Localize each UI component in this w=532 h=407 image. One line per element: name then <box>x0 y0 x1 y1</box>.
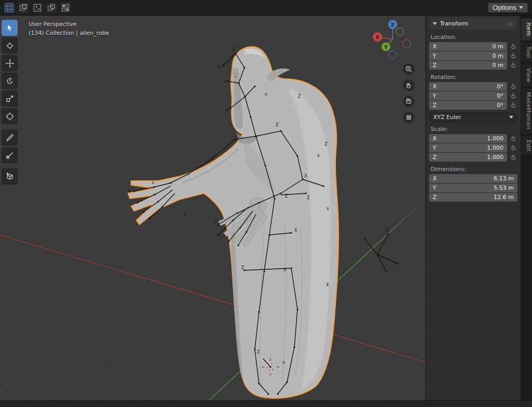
tab-view[interactable]: View <box>521 64 532 87</box>
svg-text:Z: Z <box>285 194 288 199</box>
panel-grip-icon[interactable] <box>507 22 514 26</box>
tab-makehuman[interactable]: MakeHuman <box>521 88 532 134</box>
location-y-field[interactable]: Y 0 m <box>429 51 507 60</box>
rotation-y-value: 0° <box>441 93 503 99</box>
axis-label: X <box>433 175 441 182</box>
svg-text:Z: Z <box>325 142 328 147</box>
rotation-z-field[interactable]: Z 0° <box>429 101 507 110</box>
perspective-grid-button[interactable] <box>403 112 414 123</box>
tab-tool[interactable]: Tool <box>521 42 532 62</box>
options-dropdown[interactable]: Options <box>488 3 528 12</box>
axis-label: X <box>433 135 441 142</box>
svg-text:Z: Z <box>276 123 279 127</box>
dimensions-z-field[interactable]: Z 12.6 m <box>429 193 517 202</box>
svg-text:x: x <box>317 153 320 158</box>
tool-rotate[interactable] <box>2 73 18 89</box>
chevron-down-icon <box>509 116 513 119</box>
axis-label: Z <box>433 194 441 201</box>
viewport-controls <box>403 63 414 123</box>
pan-hand-button[interactable] <box>403 80 414 91</box>
location-z-field[interactable]: Z 0 m <box>429 61 507 70</box>
svg-text:Z: Z <box>241 266 244 270</box>
axis-neg-z-ball[interactable] <box>389 51 397 59</box>
tool-move[interactable] <box>2 55 18 71</box>
axis-label: Y <box>433 185 441 191</box>
dimensions-x-field[interactable]: X 6.13 m <box>429 174 517 183</box>
scale-z-lock[interactable] <box>509 154 517 160</box>
svg-text:x: x <box>398 261 401 266</box>
location-z-value: 0 m <box>441 62 503 69</box>
tool-annotate[interactable] <box>2 129 18 146</box>
scale-z-field[interactable]: Z 1.000 <box>429 153 507 162</box>
tool-transform[interactable] <box>2 108 18 124</box>
zoom-button[interactable] <box>403 63 414 75</box>
axis-neg-x-ball[interactable] <box>403 40 411 48</box>
svg-text:X: X <box>294 228 297 233</box>
scale-x-field[interactable]: X 1.000 <box>429 134 507 143</box>
location-y-lock[interactable] <box>509 53 517 59</box>
dimensions-y-field[interactable]: Y 5.53 m <box>429 183 517 192</box>
rotation-y-lock[interactable] <box>509 93 517 99</box>
active-collection-label: (134) Collection | alien_robe <box>29 29 109 37</box>
tab-edit[interactable]: Edit <box>521 136 532 156</box>
tool-cursor[interactable] <box>2 37 18 54</box>
location-x-field[interactable]: X 0 m <box>429 42 507 51</box>
navigation-gizmo[interactable]: Z X Y <box>370 18 417 64</box>
dimensions-section-label: Dimensions: <box>431 166 516 173</box>
rotation-section-label: Rotation: <box>431 74 516 81</box>
editor-type-icon[interactable] <box>4 3 15 13</box>
gizmo-toggle-icon[interactable] <box>32 3 43 13</box>
svg-text:X: X <box>326 283 329 287</box>
axis-label: X <box>433 43 441 50</box>
location-section-label: Location: <box>431 34 516 41</box>
svg-text:x: x <box>327 206 329 211</box>
svg-text:x: x <box>223 79 226 84</box>
tool-scale[interactable] <box>2 90 18 107</box>
overlays-toggle-icon[interactable] <box>46 3 57 13</box>
scale-x-lock[interactable] <box>509 136 517 141</box>
viewport-header: Options <box>0 0 532 16</box>
rotation-x-field[interactable]: X 0° <box>429 82 507 91</box>
dimensions-y-value: 5.53 m <box>441 185 514 191</box>
scale-y-field[interactable]: Y 1.000 <box>429 143 507 152</box>
scale-y-value: 1.000 <box>441 145 503 151</box>
options-label: Options <box>492 4 516 11</box>
svg-text:Z: Z <box>307 195 310 200</box>
location-y-value: 0 m <box>441 52 503 59</box>
rotation-x-lock[interactable] <box>509 84 517 89</box>
rotation-z-value: 0° <box>441 102 503 109</box>
rotation-y-field[interactable]: Y 0° <box>429 91 507 100</box>
rotation-mode-dropdown[interactable]: XYZ Euler <box>429 113 517 122</box>
mode-select-icon[interactable] <box>18 3 29 13</box>
axis-label: Z <box>433 154 441 161</box>
blender-window: ZxxxxZZZxXZZxxxxxZXXXZxZx User Perspecti… <box>0 0 532 407</box>
axis-label: Y <box>433 145 441 151</box>
camera-view-button[interactable] <box>403 96 414 107</box>
tool-select-box[interactable] <box>2 20 18 36</box>
view-perspective-label: User Perspective <box>29 20 109 29</box>
location-z-lock[interactable] <box>509 62 517 68</box>
transform-panel-header[interactable]: Transform <box>429 18 517 30</box>
gizmo-x-label: X <box>376 35 380 40</box>
svg-text:x: x <box>214 219 217 224</box>
secondary-armature[interactable] <box>365 234 396 271</box>
scale-y-lock[interactable] <box>509 145 517 151</box>
dimensions-x-value: 6.13 m <box>441 175 514 182</box>
tool-measure[interactable] <box>2 147 18 163</box>
sidebar-panel: Transform Location: X 0 m Y 0 m <box>425 16 521 400</box>
tool-add-cube[interactable] <box>2 168 18 185</box>
svg-text:Z: Z <box>386 228 389 233</box>
tool-shelf <box>2 20 18 185</box>
tab-item[interactable]: Item <box>521 18 532 41</box>
collapse-arrow-icon <box>433 22 437 25</box>
rotation-x-value: 0° <box>441 83 503 90</box>
svg-text:Z: Z <box>232 47 236 52</box>
shading-toggle-icon[interactable] <box>60 3 71 13</box>
axis-neg-y-ball[interactable] <box>396 28 404 36</box>
rotation-z-lock[interactable] <box>509 102 517 108</box>
status-bar <box>0 400 532 407</box>
scale-x-value: 1.000 <box>441 135 503 142</box>
axis-label: Y <box>433 52 441 59</box>
svg-text:x: x <box>128 189 131 193</box>
location-x-lock[interactable] <box>509 44 517 49</box>
